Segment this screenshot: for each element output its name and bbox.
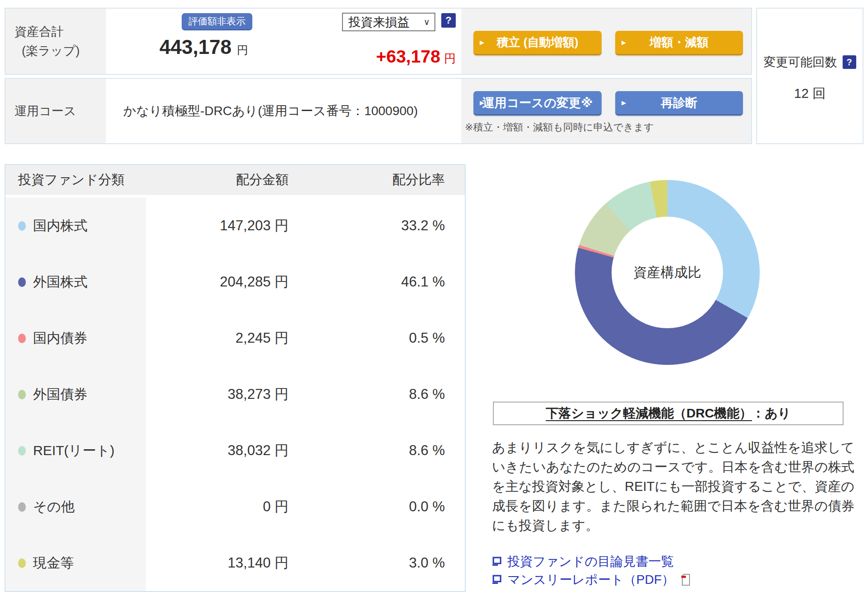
fund-category-cell: 現金等: [5, 535, 146, 591]
zougaku-button-label: 増額・減額: [650, 34, 709, 50]
fund-table-body: 国内株式147,203 円33.2 %外国株式204,285 円46.1 %国内…: [5, 198, 465, 591]
help-icon[interactable]: ?: [843, 55, 856, 69]
course-change-button-label: 運用コースの変更※: [482, 95, 593, 111]
asset-total-section: 資産合計 (楽ラップ) 評価額非表示 443,178 円 投資来損益 ∨ ? +…: [5, 8, 752, 75]
pdf-file-icon: [681, 573, 692, 586]
course-change-button[interactable]: ▶ 運用コースの変更※: [473, 91, 602, 116]
monthly-report-link[interactable]: マンスリーレポート（PDF）: [507, 571, 675, 588]
zougaku-genngaku-button[interactable]: ▶ 増額・減額: [615, 31, 743, 55]
fund-amount: 38,273 円: [146, 366, 289, 422]
fund-category-label: 外国債券: [33, 385, 87, 404]
arrow-right-icon: ▶: [622, 39, 626, 46]
fund-category-label: 現金等: [33, 554, 74, 573]
course-description: あまりリスクを気にしすぎずに、とことん収益性を追求していきたいあなたのためのコー…: [492, 438, 854, 535]
prospectus-link-row: 投資ファンドの目論見書一覧: [492, 553, 674, 570]
category-color-dot: [18, 334, 26, 343]
drc-feature-status: ：あり: [752, 405, 791, 422]
prospectus-link[interactable]: 投資ファンドの目論見書一覧: [507, 553, 674, 570]
total-amount-group: 443,178 円: [159, 36, 248, 58]
total-amount-unit: 円: [237, 43, 248, 58]
fund-amount: 204,285 円: [146, 254, 289, 310]
rediagnosis-button[interactable]: ▶ 再診断: [615, 91, 743, 116]
fund-category-label: 国内債券: [33, 329, 87, 348]
course-value: かなり積極型-DRCあり(運用コース番号：1000900): [123, 79, 418, 143]
donut-center-label: 資産構成比: [633, 263, 701, 282]
fund-category-cell: 国内株式: [5, 198, 146, 254]
period-dropdown[interactable]: 投資来損益 ∨: [342, 13, 435, 31]
gain-amount-unit: 円: [444, 51, 456, 67]
fund-category-label: 外国株式: [33, 273, 87, 291]
course-buttons-panel: ▶ 運用コースの変更※ ▶ 再診断 ※積立・増額・減額も同時に申込できます: [461, 79, 751, 143]
table-header-row: 投資ファンド分類 配分金額 配分比率: [5, 165, 465, 195]
category-color-dot: [18, 277, 26, 287]
course-label-cell: 運用コース: [5, 79, 106, 143]
external-link-icon: [492, 557, 502, 567]
arrow-right-icon: ▶: [480, 99, 484, 106]
fund-category-cell: その他: [5, 479, 146, 535]
fund-amount: 13,140 円: [146, 535, 289, 591]
drc-feature-title: 下落ショック軽減機能（DRC機能）: [546, 405, 752, 422]
header-allocation-ratio: 配分比率: [289, 171, 445, 189]
table-row: 現金等13,140 円3.0 %: [5, 535, 465, 591]
category-color-dot: [18, 390, 26, 399]
gain-amount-group: +63,178 円: [376, 47, 456, 67]
course-label: 運用コース: [14, 103, 106, 119]
asset-composition-chart: 資産構成比: [575, 180, 760, 365]
fund-ratio: 0.0 %: [289, 479, 445, 535]
change-count-panel: 変更可能回数 ? 12 回: [756, 8, 863, 144]
table-row: その他0 円0.0 %: [5, 479, 465, 535]
category-color-dot: [18, 558, 26, 568]
asset-buttons-panel: ▶ 積立 (自動増額) ▶ 増額・減額: [461, 9, 751, 74]
fund-category-label: REIT(リート): [33, 442, 115, 460]
fund-amount: 147,203 円: [146, 198, 289, 254]
fund-category-cell: 国内債券: [5, 310, 146, 366]
category-color-dot: [18, 221, 26, 231]
category-color-dot: [18, 502, 26, 512]
asset-total-label-line2: (楽ラップ): [14, 43, 106, 59]
course-content: かなり積極型-DRCあり(運用コース番号：1000900): [106, 79, 461, 143]
fund-ratio: 8.6 %: [289, 422, 445, 479]
fund-category-cell: 外国債券: [5, 366, 146, 422]
table-row: REIT(リート)38,032 円8.6 %: [5, 422, 465, 479]
rakuten-wrap-dashboard: 資産合計 (楽ラップ) 評価額非表示 443,178 円 投資来損益 ∨ ? +…: [0, 0, 868, 592]
tsumitate-button-label: 積立 (自動増額): [497, 34, 579, 50]
total-amount-value: 443,178: [159, 36, 231, 58]
arrow-right-icon: ▶: [480, 39, 484, 46]
change-count-value: 12 回: [794, 85, 825, 103]
asset-total-label-line1: 資産合計: [14, 24, 106, 40]
help-icon[interactable]: ?: [441, 13, 456, 28]
fund-ratio: 8.6 %: [289, 366, 445, 422]
fund-category-label: 国内株式: [33, 217, 87, 235]
asset-total-label: 資産合計 (楽ラップ): [5, 9, 106, 74]
hide-valuation-button[interactable]: 評価額非表示: [182, 13, 252, 30]
fund-amount: 38,032 円: [146, 422, 289, 479]
period-dropdown-value: 投資来損益: [348, 14, 410, 30]
asset-total-content: 評価額非表示 443,178 円 投資来損益 ∨ ? +63,178 円: [106, 9, 461, 74]
external-link-icon: [492, 575, 502, 585]
table-row: 外国株式204,285 円46.1 %: [5, 254, 465, 310]
fund-ratio: 46.1 %: [289, 254, 445, 310]
fund-ratio: 3.0 %: [289, 535, 445, 591]
change-count-label: 変更可能回数: [764, 54, 837, 70]
drc-feature-box: 下落ショック軽減機能（DRC機能） ：あり: [493, 402, 844, 425]
fund-ratio: 33.2 %: [289, 198, 445, 254]
fund-allocation-table: 投資ファンド分類 配分金額 配分比率 国内株式147,203 円33.2 %外国…: [5, 164, 466, 592]
fund-amount: 0 円: [146, 479, 289, 535]
category-color-dot: [18, 446, 26, 456]
table-row: 国内株式147,203 円33.2 %: [5, 198, 465, 254]
fund-amount: 2,245 円: [146, 310, 289, 366]
gain-amount-value: +63,178: [376, 47, 440, 67]
fund-category-cell: REIT(リート): [5, 422, 146, 479]
donut-chart-hole: 資産構成比: [612, 217, 723, 328]
arrow-right-icon: ▶: [622, 99, 626, 106]
monthly-report-link-row: マンスリーレポート（PDF）: [492, 571, 692, 588]
table-row: 国内債券2,245 円0.5 %: [5, 310, 465, 366]
simultaneous-apply-note: ※積立・増額・減額も同時に申込できます: [465, 121, 654, 134]
fund-category-label: その他: [33, 498, 74, 516]
tsumitate-button[interactable]: ▶ 積立 (自動増額): [473, 31, 602, 55]
fund-ratio: 0.5 %: [289, 310, 445, 366]
change-count-label-row: 変更可能回数 ?: [764, 54, 856, 70]
course-section: 運用コース かなり積極型-DRCあり(運用コース番号：1000900) ▶ 運用…: [5, 78, 752, 144]
header-fund-category: 投資ファンド分類: [5, 171, 146, 189]
table-row: 外国債券38,273 円8.6 %: [5, 366, 465, 422]
